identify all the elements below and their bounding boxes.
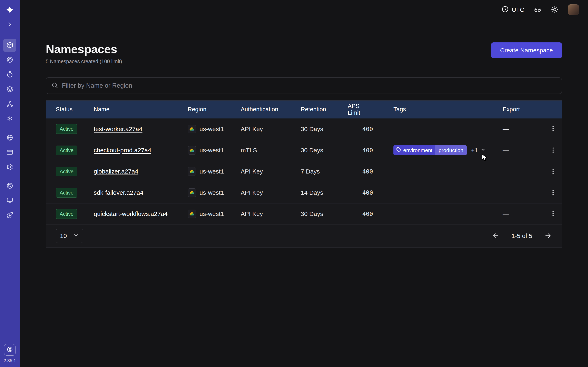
retention-period: 30 Days xyxy=(301,125,348,133)
kebab-icon xyxy=(550,125,557,133)
auth-method: mTLS xyxy=(241,147,301,154)
tags-more-count: +1 xyxy=(471,147,478,154)
monitor-icon xyxy=(6,197,13,205)
tag-key-label: environment xyxy=(403,147,432,154)
row-menu-button[interactable] xyxy=(547,144,559,156)
filter-bar xyxy=(46,77,562,94)
sidebar-nav-account xyxy=(3,131,16,174)
retention-period: 7 Days xyxy=(301,168,348,175)
sidebar-item-regions[interactable] xyxy=(3,131,16,144)
table-header-row: Status Name Region Authentication Retent… xyxy=(46,100,562,118)
column-header-status: Status xyxy=(56,106,94,113)
sidebar-item-billing[interactable] xyxy=(3,146,16,159)
sidebar-item-deployments[interactable] xyxy=(3,83,16,96)
sidebar-item-schedules[interactable] xyxy=(3,68,16,81)
sidebar-item-tutorials[interactable] xyxy=(3,194,16,207)
column-header-export: Export xyxy=(503,106,544,113)
sidebar-item-workflows[interactable] xyxy=(3,98,16,110)
row-menu-button[interactable] xyxy=(547,165,559,178)
sidebar-item-getting-started[interactable] xyxy=(3,209,16,222)
aps-limit: 400 xyxy=(348,189,373,196)
app-root: 2.35.1 UTC Namespaces 5 Namespaces creat… xyxy=(0,0,588,367)
sidebar-nav-help xyxy=(3,179,16,222)
dollar-usage-icon xyxy=(7,346,13,354)
chevron-down-icon xyxy=(73,233,79,240)
sidebar-item-support[interactable] xyxy=(3,179,16,192)
namespace-link[interactable]: test-worker.a27a4 xyxy=(94,125,142,133)
export-value: — xyxy=(503,210,544,217)
arrow-left-icon xyxy=(492,232,500,240)
globe-icon xyxy=(6,134,13,142)
readability-toggle-button[interactable] xyxy=(534,6,541,14)
auth-method: API Key xyxy=(241,189,301,196)
gcp-cloud-icon xyxy=(188,188,196,197)
pagination: 1-5 of 5 xyxy=(492,232,552,240)
row-menu-button[interactable] xyxy=(547,123,559,135)
sidebar-item-monitoring[interactable] xyxy=(3,53,16,67)
namespace-link[interactable]: quickstart-workflows.a27a4 xyxy=(94,210,168,217)
namespaces-table: Status Name Region Authentication Retent… xyxy=(46,100,562,248)
sidebar-item-nexus[interactable] xyxy=(3,112,16,125)
prev-page-button[interactable] xyxy=(492,232,500,240)
sidebar-item-namespaces[interactable] xyxy=(3,39,16,52)
user-avatar[interactable] xyxy=(568,4,579,15)
status-badge: Active xyxy=(56,146,77,155)
clock-icon xyxy=(502,6,509,14)
glasses-icon xyxy=(534,6,541,14)
theme-toggle-button[interactable] xyxy=(551,6,559,14)
lifebuoy-icon xyxy=(6,182,13,190)
tag-chip[interactable]: environment production xyxy=(393,145,467,155)
table-footer: 10 1-5 of 5 xyxy=(46,225,562,247)
region-label: us-west1 xyxy=(199,189,224,196)
namespace-link[interactable]: checkout-prod.a27a4 xyxy=(94,147,151,154)
tags-expand-button[interactable]: +1 xyxy=(471,147,486,154)
table-row: Active test-worker.a27a4 us-west1 API Ke… xyxy=(46,118,562,140)
column-header-retention: Retention xyxy=(301,106,348,113)
main-column: UTC Namespaces 5 Namespaces created (100… xyxy=(20,0,588,367)
retention-period: 30 Days xyxy=(301,210,348,217)
auth-method: API Key xyxy=(241,210,301,217)
status-badge: Active xyxy=(56,167,77,176)
kebab-icon xyxy=(550,210,557,218)
region-label: us-west1 xyxy=(199,168,224,175)
rocket-icon xyxy=(6,212,13,219)
column-header-aps-limit: APS Limit xyxy=(348,103,373,116)
filter-input[interactable] xyxy=(62,82,556,89)
app-version: 2.35.1 xyxy=(3,358,16,363)
namespace-link[interactable]: globalizer.a27a4 xyxy=(94,168,138,175)
namespace-link[interactable]: sdk-failover.a27a4 xyxy=(94,189,144,196)
next-page-button[interactable] xyxy=(544,232,552,240)
search-icon xyxy=(51,82,58,90)
export-value: — xyxy=(503,125,544,133)
topbar: UTC xyxy=(20,0,588,20)
usage-button[interactable] xyxy=(4,344,16,356)
kebab-icon xyxy=(550,147,557,154)
sidebar-item-settings[interactable] xyxy=(3,161,16,174)
create-namespace-button[interactable]: Create Namespace xyxy=(491,42,562,58)
export-value: — xyxy=(503,189,544,196)
table-body: Active test-worker.a27a4 us-west1 API Ke… xyxy=(46,118,562,225)
temporal-logo-icon[interactable] xyxy=(5,5,14,14)
kebab-icon xyxy=(550,189,557,197)
pagination-range: 1-5 of 5 xyxy=(511,233,532,239)
column-header-region: Region xyxy=(188,106,241,113)
gcp-cloud-icon xyxy=(188,125,196,133)
aps-limit: 400 xyxy=(348,147,373,154)
column-header-name: Name xyxy=(94,106,188,113)
sidebar-expand-button[interactable] xyxy=(3,20,16,29)
table-row: Active sdk-failover.a27a4 us-west1 API K… xyxy=(46,182,562,203)
page-size-select[interactable]: 10 xyxy=(56,229,83,243)
aps-limit: 400 xyxy=(348,125,373,133)
timezone-label: UTC xyxy=(512,6,524,13)
export-value: — xyxy=(503,147,544,154)
row-menu-button[interactable] xyxy=(547,187,559,199)
row-menu-button[interactable] xyxy=(547,208,559,220)
asterisk-icon xyxy=(6,115,13,123)
timezone-selector[interactable]: UTC xyxy=(502,6,524,14)
page-title: Namespaces xyxy=(46,42,122,56)
layers-icon xyxy=(6,86,13,93)
gcp-cloud-icon xyxy=(188,146,196,155)
retention-period: 14 Days xyxy=(301,189,348,196)
retention-period: 30 Days xyxy=(301,147,348,154)
cube-icon xyxy=(6,42,13,49)
